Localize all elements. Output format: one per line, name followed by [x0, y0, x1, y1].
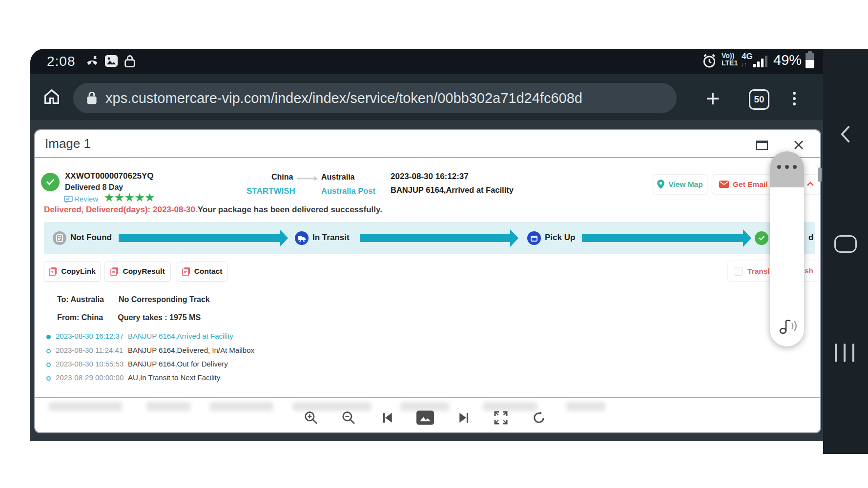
close-icon[interactable]: [793, 140, 804, 150]
status-time: 2:08: [47, 54, 76, 69]
tracking-number: XXWOT0000070625YQ: [65, 171, 153, 181]
screenshot-image-icon: [104, 55, 118, 67]
route-arrow-icon: [296, 176, 318, 182]
next-image-icon[interactable]: [455, 409, 473, 427]
from-note: Query takes : 1975 MS: [118, 313, 201, 322]
image-icon[interactable]: [416, 409, 434, 427]
stage-in-transit-label: In Transit: [312, 233, 350, 243]
rotate-icon[interactable]: [530, 409, 548, 427]
delivered-check-icon: [41, 173, 60, 191]
delivered-message: Delivered, Delivered(days): 2023-08-30.Y…: [44, 205, 382, 215]
home-icon[interactable]: [42, 87, 62, 106]
event-time: 2023-08-30 11:24:41: [56, 346, 123, 354]
collapse-caret-icon[interactable]: [806, 181, 814, 186]
event-desc: BANJUP 6164,Arrived at Facility: [128, 332, 233, 340]
nav-recents-icon[interactable]: [831, 344, 858, 364]
stage-not-found-icon: [53, 231, 66, 245]
delivered-message-rest: Your package has been delivered successf…: [198, 205, 382, 214]
copy-link-label: CopyLink: [61, 267, 96, 276]
delivered-message-red: Delivered, Delivered(days): 2023-08-30.: [44, 205, 198, 214]
alarm-icon: [702, 53, 717, 69]
contact-label: Contact: [194, 267, 223, 276]
delivered-days: Delivered 8 Day: [65, 183, 123, 192]
blurred-text: [566, 402, 605, 411]
contact-button[interactable]: Contact: [177, 261, 227, 282]
contact-icon: [182, 267, 190, 276]
event-desc: BANJUP 6164,Out for Delivery: [128, 360, 228, 368]
copy-result-button[interactable]: CopyResult: [104, 261, 171, 282]
lock-status-icon: [124, 54, 136, 68]
destination-line: To: AustraliaNo Corresponding Track: [57, 295, 210, 304]
stage-pick-up-label: Pick Up: [545, 233, 575, 243]
blurred-text: [210, 402, 273, 411]
review-chat-icon: [64, 196, 73, 203]
event-dot-icon: [46, 376, 51, 381]
fullscreen-icon[interactable]: [492, 409, 510, 427]
battery-level: [806, 53, 814, 68]
event-dot-icon: [46, 335, 51, 339]
event-time: 2023-08-30 16:12:37: [56, 332, 124, 340]
signal-icon: [753, 55, 769, 67]
viewer-title: Image 1: [45, 136, 91, 151]
blurred-text: [146, 402, 190, 411]
zoom-out-icon[interactable]: [340, 409, 357, 427]
event-time: 2023-08-29 00:00:00: [56, 373, 124, 382]
translate-label-right: sh: [805, 266, 813, 275]
origin-line: From: ChinaQuery takes : 1975 MS: [57, 313, 201, 322]
review-link[interactable]: Review: [74, 195, 98, 203]
to-label: To: Australia: [57, 295, 104, 304]
blurred-text: [483, 402, 537, 411]
sound-assistant-icon[interactable]: [777, 316, 798, 336]
event-dot-icon: [46, 363, 51, 367]
view-map-button[interactable]: View Map: [653, 174, 707, 194]
new-tab-icon[interactable]: [704, 90, 722, 107]
progress-arrow-1: [119, 234, 280, 242]
from-label: From: China: [57, 313, 103, 322]
nav-back-icon[interactable]: [837, 125, 854, 143]
copy-link-button[interactable]: CopyLink: [44, 261, 101, 282]
copy-icon: [49, 267, 57, 276]
nav-home-icon[interactable]: [834, 235, 857, 253]
copy-result-label: CopyResult: [123, 267, 165, 276]
event-time: 2023-08-30 10:55:53: [56, 360, 124, 368]
progress-arrow-2: [360, 234, 510, 242]
stage-pick-up-icon: [527, 231, 541, 245]
network-type: 4G: [742, 52, 753, 61]
rating-stars[interactable]: ★★★★★: [104, 192, 155, 203]
to-note: No Corresponding Track: [119, 295, 210, 304]
battery-percent: 49%: [773, 52, 802, 68]
copy-result-icon: [110, 267, 119, 276]
https-lock-icon: [86, 90, 98, 105]
destination-carrier[interactable]: Australia Post: [321, 186, 375, 196]
origin-carrier[interactable]: STARTWISH: [247, 186, 295, 196]
last-event-status: BANJUP 6164,Arrived at Facility: [391, 185, 514, 195]
data-arrows-icon: ↓↑: [741, 61, 747, 68]
event-desc: BANJUP 6164,Delivered, In/At Mailbox: [128, 346, 254, 354]
last-event-time: 2023-08-30 16:12:37: [391, 172, 469, 182]
title-divider: [35, 157, 820, 158]
stage-delivered-label: d: [808, 233, 813, 243]
origin-country: China: [271, 173, 293, 182]
stage-delivered-icon: [755, 231, 768, 245]
email-icon: [719, 181, 729, 188]
missed-call-icon: [86, 55, 100, 68]
floating-scroll-grip[interactable]: [770, 151, 804, 187]
scrollbar-thumb[interactable]: [818, 167, 822, 182]
translate-checkbox[interactable]: [734, 267, 743, 276]
maximize-icon[interactable]: [756, 141, 768, 150]
event-desc: AU,In Transit to Next Facility: [128, 373, 220, 382]
grip-dots-icon: [770, 165, 804, 169]
browser-menu-icon[interactable]: [793, 89, 796, 108]
url-text: xps.customercare-vip.com/index/index/ser…: [105, 90, 672, 106]
footer-divider: [35, 397, 820, 398]
view-map-label: View Map: [668, 180, 703, 189]
progress-arrow-3: [582, 234, 743, 242]
tab-counter[interactable]: 50: [749, 89, 769, 110]
stage-in-transit-icon: [295, 231, 309, 245]
previous-image-icon[interactable]: [379, 409, 396, 427]
stage-not-found-label: Not Found: [70, 233, 112, 243]
zoom-in-icon[interactable]: [302, 409, 320, 427]
event-dot-icon: [46, 349, 51, 353]
blurred-text: [49, 402, 122, 411]
volte-indicator: Vo))LTE1: [722, 52, 738, 67]
